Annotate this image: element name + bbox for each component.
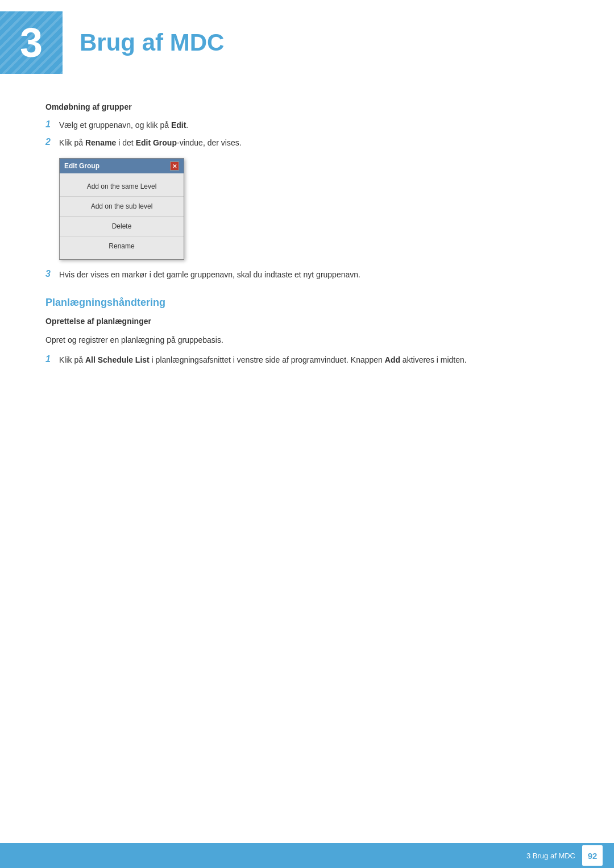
page-footer: 3 Brug af MDC 92	[0, 843, 614, 868]
edit-group-dialog: Edit Group ✕ Add on the same Level Add o…	[59, 158, 184, 260]
dialog-item-rename[interactable]: Rename	[60, 236, 184, 256]
chapter-badge: 3	[0, 11, 63, 74]
list-item: 1 Klik på All Schedule List i planlægnin…	[45, 354, 569, 366]
step2-num: 2	[45, 137, 59, 147]
dialog-item-add-sub[interactable]: Add on the sub level	[60, 197, 184, 217]
list-item: 2 Klik på Rename i det Edit Group-vindue…	[45, 137, 569, 149]
dialog-titlebar: Edit Group ✕	[60, 159, 184, 173]
step2-text: Klik på Rename i det Edit Group-vindue, …	[59, 137, 569, 149]
step3-num: 3	[45, 269, 59, 279]
section2-subheading: Oprettelse af planlægninger	[45, 317, 569, 326]
section2-heading: Planlægningshåndtering	[45, 297, 569, 309]
dialog-item-add-same[interactable]: Add on the same Level	[60, 177, 184, 197]
section1-steps: 1 Vælg et gruppenavn, og klik på Edit. 2…	[45, 119, 569, 149]
list-item: 1 Vælg et gruppenavn, og klik på Edit.	[45, 119, 569, 131]
dialog-title: Edit Group	[64, 162, 99, 170]
chapter-title: Brug af MDC	[74, 29, 224, 56]
step1-num: 1	[45, 119, 59, 130]
section2-step1-text: Klik på All Schedule List i planlægnings…	[59, 354, 569, 366]
chapter-number: 3	[20, 22, 43, 63]
section1-step3-list: 3 Hvis der vises en markør i det gamle g…	[45, 269, 569, 281]
section2-step1-num: 1	[45, 354, 59, 364]
page-number: 92	[582, 845, 603, 866]
dialog-item-delete[interactable]: Delete	[60, 217, 184, 236]
list-item: 3 Hvis der vises en markør i det gamle g…	[45, 269, 569, 281]
step1-text: Vælg et gruppenavn, og klik på Edit.	[59, 119, 569, 131]
footer-label: 3 Brug af MDC	[526, 852, 575, 860]
page-header: 3 Brug af MDC	[0, 0, 614, 91]
section1-heading: Omdøbning af grupper	[45, 102, 569, 111]
step3-text: Hvis der vises en markør i det gamle gru…	[59, 269, 569, 281]
section2-intro: Opret og registrer en planlægning på gru…	[45, 334, 569, 346]
main-content: Omdøbning af grupper 1 Vælg et gruppenav…	[0, 102, 614, 366]
dialog-close-button[interactable]: ✕	[170, 161, 179, 171]
dialog-body: Add on the same Level Add on the sub lev…	[60, 173, 184, 259]
section2-steps: 1 Klik på All Schedule List i planlægnin…	[45, 354, 569, 366]
dialog-wrapper: Edit Group ✕ Add on the same Level Add o…	[59, 158, 569, 260]
